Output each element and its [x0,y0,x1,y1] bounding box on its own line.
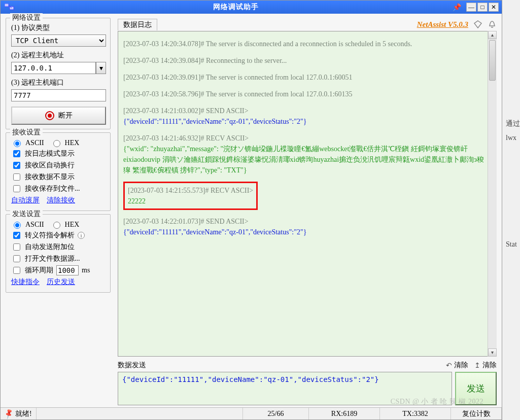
clear-send-button-2[interactable]: ↥清除 [474,361,497,370]
bell-icon[interactable] [488,20,497,28]
undo-icon: ↶ [446,361,452,370]
host-dropdown-button[interactable]: ▾ [96,62,106,74]
send-settings-legend: 发送设置 [10,209,43,219]
minimize-button[interactable]: — [466,3,476,12]
svg-rect-0 [5,4,9,7]
network-settings-group: 网络设置 (1) 协议类型 TCP Client (2) 远程主机地址 ▾ (3… [6,18,111,129]
recv-settings-legend: 接收设置 [10,128,43,137]
window-title: 网络调试助手 [19,3,453,12]
close-button[interactable]: ✕ [489,3,499,12]
protocol-select[interactable]: TCP Client [11,34,106,47]
loop-period-input[interactable] [56,265,79,275]
status-counter: 25/66 [243,408,309,419]
scroll-down-button[interactable]: ▾ [488,348,497,357]
cropped-side-text: 通过lwx Stat [506,117,520,252]
log-textarea[interactable]: [2023-07-03 14:20:34.078]# The server is… [118,31,497,357]
pin-icon[interactable]: 📌 [453,3,461,12]
titlebar: 网络调试助手 📌 — □ ✕ [1,1,502,14]
port-label: (3) 远程主机端口 [11,78,106,87]
status-tx: TX:3382 [380,408,451,419]
protocol-label: (1) 协议类型 [11,23,106,32]
connection-status-icon [45,111,54,120]
recv-opt-2[interactable] [13,173,20,181]
send-panel-title: 数据发送 [118,361,146,370]
up-icon: ↥ [474,361,480,370]
clear-recv-link[interactable]: 清除接收 [47,196,75,205]
auto-scroll-link[interactable]: 自动滚屏 [11,196,40,205]
scroll-thumb[interactable] [489,40,496,81]
recv-opt-3[interactable] [13,185,20,192]
status-reset[interactable]: 复位计数 [451,408,502,419]
recv-opt-1[interactable] [13,162,20,169]
pin-status-icon: 📌 [3,408,15,419]
send-settings-group: 发送设置 ASCII HEX 转义符指令解析 i 自动发送附加位 打开文件数据源… [6,214,111,293]
disconnect-button[interactable]: 断开 [11,107,106,125]
brand-label[interactable]: NetAssist V5.0.3 [417,20,468,29]
port-input[interactable] [11,89,106,101]
send-ascii-radio[interactable] [14,222,21,229]
send-loop-chk[interactable] [13,267,20,274]
status-ready: 就绪! [15,409,32,418]
log-panel-title: 数据日志 [118,19,157,30]
recv-settings-group: 接收设置 ASCII HEX 按日志模式显示 接收区自动换行 接收数据不显示 接… [6,132,111,211]
host-input[interactable] [11,62,96,74]
log-scrollbar[interactable]: ▴ ▾ [488,31,497,357]
recv-opt-0[interactable] [13,150,20,157]
send-auto-suffix-chk[interactable] [13,243,20,251]
clear-send-button-1[interactable]: ↶清除 [446,361,468,370]
help-icon[interactable]: i [78,232,85,239]
diamond-icon[interactable] [473,20,482,28]
history-send-link[interactable]: 历史发送 [47,277,75,287]
maximize-button[interactable]: □ [477,3,488,12]
quick-cmd-link[interactable]: 快捷指令 [11,277,40,287]
send-escape-chk[interactable] [13,232,20,239]
scroll-up-button[interactable]: ▴ [488,31,497,39]
recv-hex-radio[interactable] [53,140,60,147]
watermark: CSDN @ 小 者 呛 辣 椒 2022 [391,397,483,406]
recv-ascii-radio[interactable] [14,140,21,147]
svg-marker-3 [474,21,481,28]
send-hex-radio[interactable] [53,222,60,229]
send-open-file-chk[interactable] [13,255,20,262]
status-rx: RX:6189 [309,408,380,419]
statusbar: 📌就绪! 25/66 RX:6189 TX:3382 复位计数 [1,407,502,419]
host-label: (2) 远程主机地址 [11,51,106,60]
app-icon [4,3,16,12]
network-settings-legend: 网络设置 [10,13,43,22]
